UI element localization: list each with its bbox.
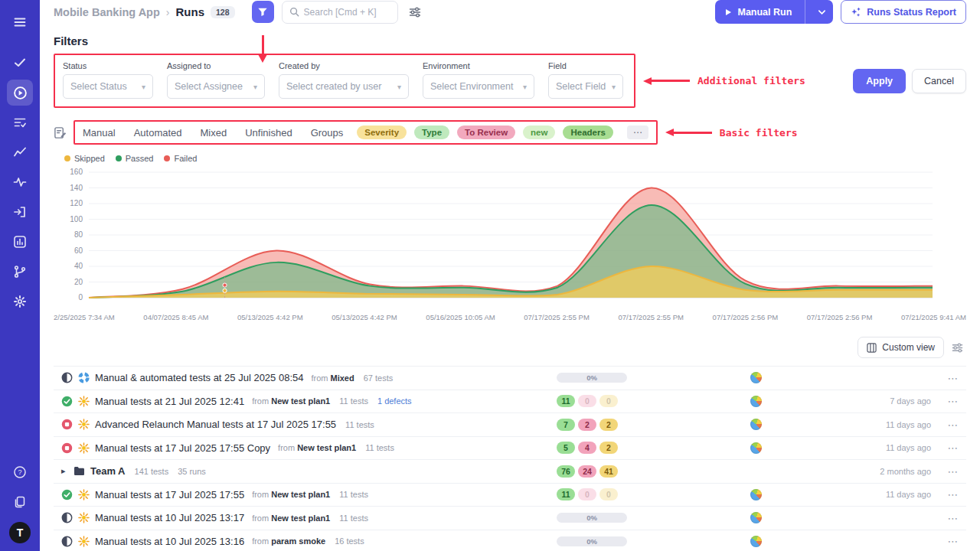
badge-failed: 24 xyxy=(578,465,596,478)
run-title[interactable]: Manual tests at 10 Jul 2025 13:17 xyxy=(95,512,244,523)
badge-skipped: 41 xyxy=(599,465,618,478)
row-menu-button[interactable]: ⋯ xyxy=(942,465,965,478)
filter-select[interactable]: Select Field▾ xyxy=(548,74,623,99)
run-title[interactable]: Advanced Relaunch Manual tests at 17 Jul… xyxy=(95,419,336,430)
run-from: from New test plan1 xyxy=(278,443,356,452)
manual-run-button[interactable]: Manual Run xyxy=(715,0,833,24)
run-row[interactable]: Advanced Relaunch Manual tests at 17 Jul… xyxy=(54,412,966,436)
browser-env-icon xyxy=(750,396,762,407)
row-menu-button[interactable]: ⋯ xyxy=(942,535,965,547)
run-title[interactable]: Manual tests at 17 Jul 2025 17:55 xyxy=(95,489,244,500)
sliders-icon xyxy=(409,6,421,18)
search-box[interactable] xyxy=(282,1,398,24)
group-chevron-icon[interactable]: ▸ xyxy=(61,466,69,476)
runs-page-content: Filters StatusSelect Status▾Assigned toS… xyxy=(40,24,980,551)
filter-field-field: FieldSelect Field▾ xyxy=(548,61,623,99)
legend-item-passed[interactable]: Passed xyxy=(116,154,154,163)
legend-item-failed[interactable]: Failed xyxy=(164,154,197,163)
x-axis-label: 07/17/2025 2:56 PM xyxy=(807,313,873,321)
x-axis-label: 07/17/2025 2:56 PM xyxy=(713,313,779,321)
run-row[interactable]: Manual tests at 17 Jul 2025 17:55 from N… xyxy=(54,483,966,507)
custom-view-button[interactable]: Custom view xyxy=(858,337,944,358)
row-menu-button[interactable]: ⋯ xyxy=(942,372,965,384)
run-title[interactable]: Manual tests at 10 Jul 2025 13:16 xyxy=(95,536,244,547)
filter-select[interactable]: Select Environment▾ xyxy=(423,74,534,99)
status-passed-icon xyxy=(61,489,74,500)
filter-tag[interactable]: Type xyxy=(414,126,449,139)
badge-passed: 7 xyxy=(557,419,575,431)
sidebar-item-branches[interactable] xyxy=(7,259,33,285)
result-badges: 762441 xyxy=(557,465,618,478)
search-adjustments-button[interactable] xyxy=(406,3,424,21)
select-runs-icon[interactable] xyxy=(54,126,67,139)
filter-select[interactable]: Select Status▾ xyxy=(63,74,153,99)
run-title[interactable]: Manual tests at 17 Jul 2025 17:55 Copy xyxy=(95,442,270,454)
branch-icon xyxy=(13,265,27,279)
docs-button[interactable] xyxy=(7,489,33,515)
svg-text:100: 100 xyxy=(70,215,83,223)
row-menu-button[interactable]: ⋯ xyxy=(942,395,965,407)
sidebar-item-runs[interactable] xyxy=(7,80,33,106)
filter-tag[interactable]: To Review xyxy=(457,126,515,139)
chevron-down-icon: ▾ xyxy=(142,83,145,91)
help-button[interactable]: ? xyxy=(7,459,33,485)
row-menu-button[interactable]: ⋯ xyxy=(942,488,965,500)
row-menu-button[interactable]: ⋯ xyxy=(942,419,965,431)
sidebar-item-import[interactable] xyxy=(7,199,33,225)
breadcrumb-project[interactable]: Mobile Banking App xyxy=(54,6,160,18)
run-row[interactable]: Manual & automated tests at 25 Jul 2025 … xyxy=(54,366,966,390)
manual-run-dropdown-button[interactable] xyxy=(811,0,833,24)
basic-filter-tab-groups[interactable]: Groups xyxy=(311,127,344,139)
basic-filter-tab-mixed[interactable]: Mixed xyxy=(201,127,227,139)
help-icon: ? xyxy=(13,465,27,479)
run-title[interactable]: Manual & automated tests at 25 Jul 2025 … xyxy=(95,372,303,383)
runs-status-report-button[interactable]: Runs Status Report xyxy=(841,0,966,24)
badge-failed: 0 xyxy=(578,395,596,407)
run-row[interactable]: Manual tests at 10 Jul 2025 13:16 from p… xyxy=(54,530,966,551)
row-menu-button[interactable]: ⋯ xyxy=(942,512,965,524)
more-filters-button[interactable]: ⋯ xyxy=(627,126,648,139)
x-axis-label: 04/07/2025 8:45 AM xyxy=(143,313,208,321)
group-runs-count: 35 runs xyxy=(178,467,206,476)
sidebar-item-plans[interactable] xyxy=(7,109,33,135)
sidebar-item-tests[interactable] xyxy=(7,50,33,76)
run-row[interactable]: ▸ Team A 141 tests 35 runs 762441 2 mont… xyxy=(54,459,966,483)
filter-select[interactable]: Select Assignee▾ xyxy=(167,74,265,99)
folder-icon xyxy=(74,466,86,476)
row-menu-button[interactable]: ⋯ xyxy=(942,442,965,454)
filter-toggle-button[interactable] xyxy=(252,1,274,23)
sidebar-item-analytics[interactable] xyxy=(7,139,33,165)
sidebar-item-reports[interactable] xyxy=(7,229,33,255)
filter-field-assigned-to: Assigned toSelect Assignee▾ xyxy=(167,61,265,99)
basic-filter-tab-automated[interactable]: Automated xyxy=(134,127,182,139)
sidebar-item-activity[interactable] xyxy=(7,169,33,195)
run-title[interactable]: Team A xyxy=(90,465,126,477)
sidebar-item-settings[interactable] xyxy=(7,289,33,315)
sidebar-menu-button[interactable] xyxy=(7,9,33,35)
defects-link[interactable]: 1 defects xyxy=(377,396,412,406)
filter-select[interactable]: Select created by user▾ xyxy=(279,74,409,99)
legend-item-skipped[interactable]: Skipped xyxy=(64,154,105,163)
app-logo[interactable]: T xyxy=(9,522,31,543)
filter-tag[interactable]: new xyxy=(523,126,555,139)
filter-tag[interactable]: Headers xyxy=(563,126,612,139)
list-check-icon xyxy=(13,116,27,129)
run-tests-count: 16 tests xyxy=(335,536,364,546)
run-row[interactable]: Manual tests at 17 Jul 2025 17:55 Copy f… xyxy=(54,436,966,460)
cancel-button[interactable]: Cancel xyxy=(912,69,966,93)
chevron-down-icon: ▾ xyxy=(397,83,401,91)
basic-filter-tab-unfinished[interactable]: Unfinished xyxy=(245,127,292,139)
filter-tag[interactable]: Severity xyxy=(357,126,407,139)
run-row[interactable]: Manual tests at 21 Jul 2025 12:41 from N… xyxy=(54,390,966,413)
custom-view-label: Custom view xyxy=(882,342,935,353)
view-adjustments-button[interactable] xyxy=(949,339,966,357)
run-metrics: 1100 xyxy=(557,488,698,500)
apply-button[interactable]: Apply xyxy=(853,69,906,93)
basic-filter-tab-manual[interactable]: Manual xyxy=(83,127,116,139)
status-inprogress-icon xyxy=(61,372,74,383)
play-icon xyxy=(724,8,732,16)
search-input[interactable] xyxy=(304,7,388,18)
run-row[interactable]: Manual tests at 10 Jul 2025 13:17 from N… xyxy=(54,506,966,530)
x-axis-label: 05/13/2025 4:42 PM xyxy=(237,313,303,321)
run-title[interactable]: Manual tests at 21 Jul 2025 12:41 xyxy=(95,396,244,407)
